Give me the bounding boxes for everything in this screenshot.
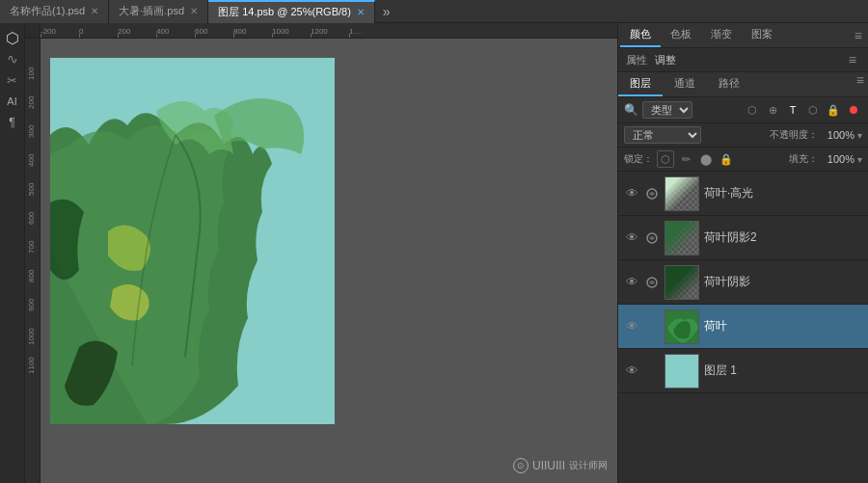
layers-panel: 🔍 类型 ⬡ ⊕ T ⬡ 🔒 正常 — [618, 97, 868, 483]
layer-name-2: 荷叶阴影 — [704, 274, 862, 290]
filter-icon-type[interactable]: T — [784, 101, 801, 119]
layer-item-0[interactable]: 👁 荷叶·高光 — [618, 172, 868, 216]
layers-menu-icon[interactable]: ≡ — [853, 72, 868, 96]
tool-lasso[interactable]: ∿ — [4, 50, 21, 67]
lock-move-icon[interactable]: ⬤ — [697, 150, 715, 168]
tab-label-2: 大暑·插画.psd — [119, 4, 184, 18]
panel-menu-icon[interactable]: ≡ — [851, 28, 866, 43]
layer-visibility-2[interactable]: 👁 — [624, 275, 639, 290]
ruler-top: -200 0 200 400 600 800 1000 1200 1… — [25, 23, 617, 39]
tool-crop[interactable]: ✂ — [4, 71, 21, 89]
tab-close-3[interactable]: ✕ — [357, 7, 365, 17]
ruler-left: 100 200 300 400 500 600 700 800 900 1000… — [25, 39, 41, 483]
tab-overflow-button[interactable]: » — [375, 4, 398, 19]
properties-value: 调整 — [655, 53, 676, 67]
opacity-dropdown-icon[interactable]: ▾ — [857, 130, 862, 141]
properties-menu-icon[interactable]: ≡ — [845, 52, 860, 67]
filter-dot-icon[interactable] — [845, 101, 862, 119]
layer-thumb-4 — [665, 354, 699, 389]
panel-tab-color[interactable]: 颜色 — [620, 23, 661, 47]
layer-visibility-4[interactable]: 👁 — [624, 363, 639, 379]
tab-file-1[interactable]: 名称作品(1).psd ✕ — [0, 0, 109, 23]
ruler-mark: 1000 — [272, 27, 311, 36]
layer-item-2[interactable]: 👁 荷叶阴影 — [618, 260, 868, 305]
layer-fx-icon-4 — [644, 363, 660, 379]
right-panel: 颜色 色板 渐变 图案 ≡ 属性 调整 ≡ 图层 通道 路径 ≡ 🔍 — [617, 23, 868, 483]
panel-top-tabs: 颜色 色板 渐变 图案 — [620, 23, 782, 47]
ruler-mark: 800 — [233, 27, 272, 36]
layer-search-row: 🔍 类型 ⬡ ⊕ T ⬡ 🔒 — [618, 97, 868, 123]
left-toolbar: ⬡ ∿ ✂ AI ¶ — [0, 23, 25, 483]
layer-fx-icon-0 — [644, 186, 660, 201]
panel-tab-pattern[interactable]: 图案 — [742, 23, 782, 47]
filter-icon-adjustment[interactable]: ⊕ — [764, 101, 781, 119]
layer-item-3[interactable]: 👁 荷叶 — [618, 305, 868, 349]
filter-icon-smart[interactable]: 🔒 — [825, 101, 842, 119]
layer-name-1: 荷叶阴影2 — [704, 229, 862, 246]
ruler-mark: 1200 — [311, 27, 349, 36]
layer-item-4[interactable]: 👁 图层 1 — [618, 349, 868, 393]
lock-transparent-icon[interactable]: ⬡ — [657, 150, 674, 168]
watermark: ⊙ UIIUIII 设计师网 — [513, 458, 608, 473]
watermark-text: UIIUIII — [532, 459, 565, 472]
blend-row: 正常 不透明度： 100% ▾ — [618, 123, 868, 148]
filter-icon-image[interactable]: ⬡ — [744, 101, 761, 119]
fill-row: 填充： 100% ▾ — [789, 152, 862, 166]
tab-file-2[interactable]: 大暑·插画.psd ✕ — [109, 0, 208, 23]
layer-visibility-3[interactable]: 👁 — [624, 319, 639, 335]
canvas-viewport[interactable]: ⊙ UIIUIII 设计师网 — [41, 39, 617, 483]
layer-list: 👁 荷叶·高光 👁 — [618, 172, 868, 483]
main-layout: ⬡ ∿ ✂ AI ¶ -200 0 200 400 600 800 1000 1… — [0, 23, 868, 483]
layer-name-4: 图层 1 — [704, 362, 862, 379]
layer-visibility-0[interactable]: 👁 — [624, 186, 639, 201]
layer-fx-icon-1 — [644, 230, 660, 246]
search-icon: 🔍 — [624, 103, 638, 117]
tool-select[interactable]: ⬡ — [4, 29, 21, 46]
layer-thumb-1 — [665, 221, 699, 255]
lock-all-icon[interactable]: 🔒 — [718, 150, 735, 168]
ruler-mark: 600 — [195, 27, 233, 36]
ruler-mark: 1… — [349, 27, 388, 36]
tab-bar: 名称作品(1).psd ✕ 大暑·插画.psd ✕ 图层 14.psb @ 25… — [0, 0, 868, 23]
layer-type-select[interactable]: 类型 — [642, 101, 692, 119]
tab-label-1: 名称作品(1).psd — [10, 4, 85, 18]
properties-label: 属性 — [626, 53, 647, 67]
watermark-icon: ⊙ — [513, 458, 529, 473]
blend-mode-select[interactable]: 正常 — [624, 126, 701, 144]
panel-tab-swatches[interactable]: 色板 — [661, 23, 701, 47]
layer-fx-icon-3 — [644, 319, 660, 335]
lock-label: 锁定： — [624, 152, 653, 166]
layer-filter-icons: ⬡ ⊕ T ⬡ 🔒 — [744, 101, 862, 119]
layer-visibility-1[interactable]: 👁 — [624, 230, 639, 246]
properties-section: 属性 调整 ≡ — [618, 48, 868, 72]
layer-fx-icon-2 — [644, 275, 660, 290]
artwork-svg — [50, 58, 335, 424]
tab-file-3[interactable]: 图层 14.psb @ 25%(RGB/8) ✕ — [208, 0, 375, 23]
lock-icons: ⬡ ✏ ⬤ 🔒 — [657, 150, 735, 168]
opacity-value: 100% — [821, 129, 854, 141]
ruler-mark: 200 — [118, 27, 156, 36]
panel-sub-tabs: 图层 通道 路径 ≡ — [618, 72, 868, 97]
panel-top-tabs-row: 颜色 色板 渐变 图案 ≡ — [618, 23, 868, 48]
layer-name-3: 荷叶 — [704, 318, 862, 335]
tab-close-2[interactable]: ✕ — [190, 6, 198, 16]
opacity-row: 不透明度： 100% ▾ — [770, 128, 862, 142]
layer-thumb-3 — [665, 309, 699, 344]
layer-thumb-2 — [665, 265, 699, 300]
panel-sub-tab-paths[interactable]: 路径 — [707, 72, 751, 96]
tab-label-3: 图层 14.psb @ 25%(RGB/8) — [218, 5, 351, 19]
panel-sub-tab-layers[interactable]: 图层 — [618, 72, 663, 96]
opacity-label: 不透明度： — [770, 128, 818, 142]
filter-icon-shape[interactable]: ⬡ — [804, 101, 822, 119]
canvas-with-ruler: 100 200 300 400 500 600 700 800 900 1000… — [25, 39, 617, 483]
panel-sub-tab-channels[interactable]: 通道 — [663, 72, 707, 96]
fill-dropdown-icon[interactable]: ▾ — [857, 154, 862, 165]
layer-item-1[interactable]: 👁 荷叶阴影2 — [618, 216, 868, 260]
watermark-site: 设计师网 — [569, 459, 608, 472]
lock-paint-icon[interactable]: ✏ — [677, 150, 694, 168]
panel-tab-gradient[interactable]: 渐变 — [701, 23, 742, 47]
tool-ai[interactable]: AI — [4, 93, 21, 110]
tab-close-1[interactable]: ✕ — [91, 6, 98, 16]
canvas-area: -200 0 200 400 600 800 1000 1200 1… 100 … — [25, 23, 617, 483]
tool-text[interactable]: ¶ — [4, 114, 21, 131]
